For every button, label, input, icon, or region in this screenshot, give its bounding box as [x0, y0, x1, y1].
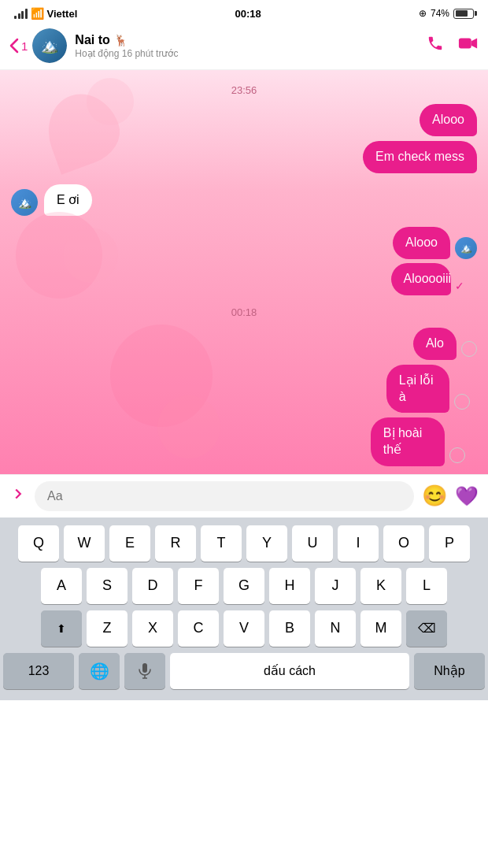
- key-o[interactable]: O: [383, 525, 424, 562]
- back-button[interactable]: 1: [9, 38, 28, 54]
- svg-rect-1: [142, 663, 147, 673]
- keyboard: Q W E R T Y U I O P A S D F G H J K L ⬆ …: [0, 517, 488, 700]
- contact-name-text: Nai to: [75, 33, 109, 47]
- key-d[interactable]: D: [132, 568, 173, 604]
- battery-icon: [453, 9, 474, 19]
- backspace-key[interactable]: ⌫: [406, 610, 447, 647]
- shift-key[interactable]: ⬆: [41, 610, 82, 647]
- key-r[interactable]: R: [155, 525, 196, 562]
- video-call-button[interactable]: [458, 35, 479, 57]
- phone-call-button[interactable]: [427, 35, 444, 57]
- contact-avatar: 🏔️: [32, 28, 67, 63]
- key-p[interactable]: P: [429, 525, 470, 562]
- mic-key[interactable]: [124, 653, 165, 689]
- key-i[interactable]: I: [338, 525, 379, 562]
- message-input[interactable]: [35, 481, 414, 511]
- keyboard-row-4: 123 🌐 dấu cách Nhập: [3, 653, 485, 689]
- key-b[interactable]: B: [269, 610, 310, 647]
- svg-rect-0: [459, 39, 471, 49]
- emoji-button[interactable]: 😊: [422, 484, 447, 508]
- key-t[interactable]: T: [201, 525, 242, 562]
- check-icon: ✓: [455, 280, 464, 292]
- bubble-sent: Bị hoài thế: [371, 417, 445, 466]
- key-g[interactable]: G: [224, 568, 264, 604]
- key-z[interactable]: Z: [87, 610, 128, 647]
- delivery-circle: [449, 447, 465, 463]
- expand-button[interactable]: [9, 485, 27, 507]
- heart-button[interactable]: 💜: [455, 485, 479, 507]
- bubble-sent: Alooo: [393, 227, 450, 259]
- message-row: Alooo 🏔️: [393, 227, 477, 259]
- bubble-sent: Lại lỗi à: [386, 365, 450, 414]
- space-key[interactable]: dấu cách: [170, 653, 409, 689]
- keyboard-row-3: ⬆ Z X C V B N M ⌫: [3, 610, 485, 647]
- key-y[interactable]: Y: [246, 525, 287, 562]
- wifi-icon: 📶: [31, 7, 44, 20]
- bubble-sent: Alooooiii: [391, 263, 452, 295]
- sender-avatar-right: 🏔️: [455, 237, 477, 259]
- bubble-sent: Alo: [413, 328, 457, 360]
- battery-percent: 74%: [431, 8, 449, 19]
- lock-icon: ⊕: [419, 8, 427, 19]
- sent-group-2: Alo Lại lỗi à Bị hoài thế: [11, 328, 477, 466]
- chat-area: 23:56 Alooo Em check mess 🏔️ E ơi Alooo …: [0, 70, 488, 474]
- timestamp-2: 00:18: [11, 306, 477, 318]
- numbers-key[interactable]: 123: [3, 653, 74, 689]
- key-w[interactable]: W: [64, 525, 105, 562]
- key-c[interactable]: C: [178, 610, 219, 647]
- key-e[interactable]: E: [109, 525, 150, 562]
- carrier-label: Viettel: [47, 8, 78, 20]
- key-m[interactable]: M: [360, 610, 401, 647]
- sent-group: Alooo 🏔️ Alooooiii ✓: [11, 227, 477, 295]
- key-j[interactable]: J: [315, 568, 356, 604]
- bubble-sent: Alooo: [420, 104, 477, 136]
- key-a[interactable]: A: [41, 568, 82, 604]
- key-k[interactable]: K: [360, 568, 401, 604]
- status-bar: 📶 Viettel 00:18 ⊕ 74%: [0, 0, 488, 25]
- timestamp-1: 23:56: [11, 84, 477, 96]
- contact-name-row: Nai to 🦌: [75, 33, 427, 47]
- bubble-received: E ơi: [44, 184, 92, 217]
- message-row: Em check mess: [11, 141, 477, 173]
- key-q[interactable]: Q: [18, 525, 59, 562]
- signal-icon: [14, 9, 28, 19]
- back-count: 1: [21, 39, 28, 53]
- key-l[interactable]: L: [406, 568, 447, 604]
- key-n[interactable]: N: [315, 610, 356, 647]
- carrier-signal: 📶 Viettel: [14, 7, 77, 20]
- key-s[interactable]: S: [87, 568, 128, 604]
- contact-status: Hoạt động 16 phút trước: [75, 48, 427, 59]
- message-row: Alooooiii ✓: [391, 263, 477, 295]
- input-bar: 😊 💜: [0, 474, 488, 517]
- message-row: 🏔️ E ơi: [11, 184, 477, 217]
- message-row: Lại lỗi à: [386, 365, 477, 414]
- delivery-circle: [461, 341, 477, 357]
- chat-header: 1 🏔️ Nai to 🦌 Hoạt động 16 phút trước: [0, 25, 488, 70]
- header-actions: [427, 35, 479, 57]
- battery-area: ⊕ 74%: [419, 8, 474, 19]
- key-f[interactable]: F: [178, 568, 219, 604]
- message-row: Alooo: [11, 104, 477, 136]
- contact-emoji: 🦌: [114, 34, 128, 46]
- key-u[interactable]: U: [292, 525, 333, 562]
- message-row: Alo: [413, 328, 477, 360]
- enter-key[interactable]: Nhập: [414, 653, 485, 689]
- sender-avatar: 🏔️: [11, 189, 38, 216]
- key-x[interactable]: X: [132, 610, 173, 647]
- message-row: Bị hoài thế: [371, 417, 477, 466]
- keyboard-row-1: Q W E R T Y U I O P: [3, 525, 485, 562]
- keyboard-row-2: A S D F G H J K L: [3, 568, 485, 604]
- key-h[interactable]: H: [269, 568, 310, 604]
- delivery-circle: [454, 394, 470, 410]
- status-time: 00:18: [235, 8, 261, 20]
- globe-key[interactable]: 🌐: [79, 653, 120, 689]
- contact-info: Nai to 🦌 Hoạt động 16 phút trước: [75, 33, 427, 59]
- bubble-sent: Em check mess: [363, 141, 477, 173]
- key-v[interactable]: V: [224, 610, 264, 647]
